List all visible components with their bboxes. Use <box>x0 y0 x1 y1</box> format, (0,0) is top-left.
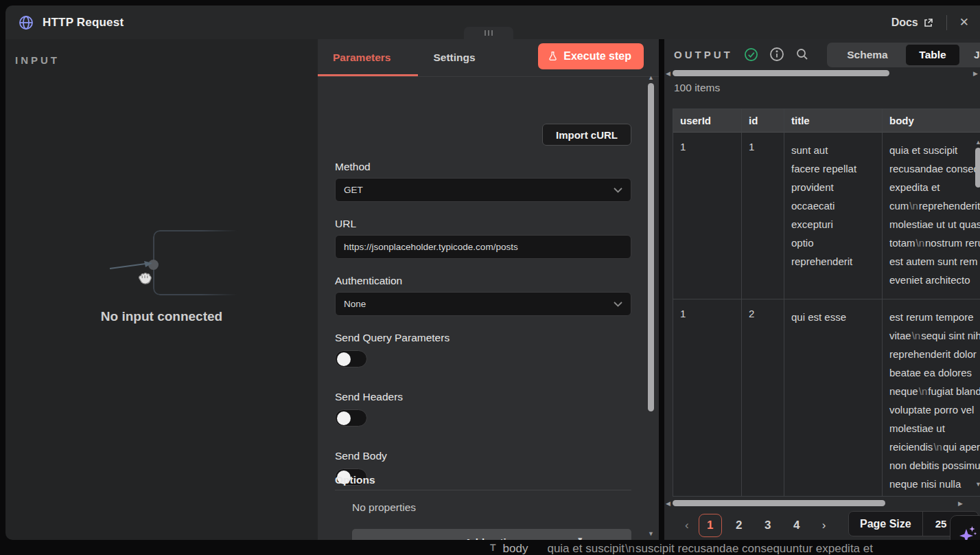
globe-icon <box>18 14 34 31</box>
pagination-pages: 1234 <box>693 514 808 537</box>
no-input-illustration: No input connected <box>5 39 318 540</box>
method-label: Method <box>335 161 371 173</box>
import-curl-button[interactable]: Import cURL <box>542 124 631 146</box>
output-table: userId id title body 11sunt autfacere re… <box>673 109 980 497</box>
hscroll-right-arrow[interactable]: ▶ <box>973 71 978 77</box>
column-header-userId[interactable]: userId <box>673 109 742 133</box>
url-input[interactable]: https://jsonplaceholder.typicode.com/pos… <box>335 235 631 259</box>
options-divider <box>335 490 631 490</box>
tab-settings[interactable]: Settings <box>433 52 475 64</box>
scroll-down-arrow[interactable]: ▼ <box>648 531 654 537</box>
parameters-form: Import cURL Method GET URL https://jsonp… <box>318 77 659 540</box>
items-count: 100 items <box>674 82 720 94</box>
hscroll-right-arrow[interactable]: ▶ <box>958 501 963 507</box>
next-page-button[interactable]: › <box>818 518 830 533</box>
cell-body: quia et suscipitrecusandae consequunture… <box>883 133 980 299</box>
page-button-2[interactable]: 2 <box>727 514 751 537</box>
table-scroll-up-arrow[interactable]: ▲ <box>975 139 980 146</box>
page-button-4[interactable]: 4 <box>785 514 808 537</box>
column-header-body[interactable]: body <box>883 109 980 133</box>
method-select[interactable]: GET <box>335 178 631 202</box>
column-header-title[interactable]: title <box>784 109 883 133</box>
url-label: URL <box>335 218 356 230</box>
url-value: https://jsonplaceholder.typicode.com/pos… <box>344 242 518 252</box>
send-headers-label: Send Headers <box>335 391 403 403</box>
options-section-label: Options <box>335 474 375 486</box>
prev-page-button[interactable]: ‹ <box>681 518 693 533</box>
parameters-panel: Parameters Settings Execute step Import … <box>318 39 659 540</box>
output-horizontal-scrollbar-top[interactable] <box>673 70 889 76</box>
panel-drag-handle[interactable] <box>464 27 513 39</box>
output-panel-header: OUTPUT <box>674 49 733 60</box>
output-view-switcher: Schema Table JSON <box>827 43 980 67</box>
cell-body: est rerum temporevitae\nsequi sint nihil… <box>883 299 980 497</box>
flask-icon <box>548 51 558 62</box>
view-tab-table[interactable]: Table <box>906 45 959 65</box>
info-icon[interactable] <box>769 47 784 62</box>
scroll-up-arrow[interactable]: ▲ <box>648 75 654 81</box>
input-panel: INPUT No input connected <box>5 39 318 540</box>
success-check-icon <box>744 47 758 62</box>
chevron-down-icon <box>614 299 622 309</box>
add-option-button[interactable]: Add option ▾ <box>352 529 631 540</box>
node-outline-shape <box>153 230 242 295</box>
table-scroll-down-arrow[interactable]: ▼ <box>975 482 980 488</box>
output-table-body: 11sunt autfacere repellatprovidentoccaec… <box>673 133 980 497</box>
active-tab-underline <box>318 74 418 76</box>
page-button-1[interactable]: 1 <box>699 514 722 537</box>
toggle-knob <box>337 411 351 425</box>
string-type-icon: T <box>490 542 496 553</box>
no-properties-text: No properties <box>352 501 416 514</box>
table-row: 11sunt autfacere repellatprovidentoccaec… <box>673 133 980 299</box>
tab-parameters[interactable]: Parameters <box>333 52 390 64</box>
toggle-knob <box>337 352 351 366</box>
titlebar-divider <box>946 15 947 30</box>
column-header-id[interactable]: id <box>742 109 784 133</box>
authentication-select[interactable]: None <box>335 292 631 316</box>
cell-userId: 1 <box>673 299 742 497</box>
hscroll-left-arrow[interactable]: ◀ <box>666 71 670 77</box>
send-body-label: Send Body <box>335 450 387 462</box>
chevron-down-icon: ▾ <box>578 535 582 540</box>
table-row: 12qui est esseest rerum temporevitae\nse… <box>673 299 980 497</box>
cell-userId: 1 <box>673 133 742 299</box>
background-row-key: body <box>503 542 528 555</box>
docs-link-label: Docs <box>891 16 918 29</box>
cell-id: 1 <box>742 133 784 299</box>
execute-step-button[interactable]: Execute step <box>538 43 644 69</box>
pagination-bar: ‹ 1234 › Page Size 25 <box>664 511 980 540</box>
method-value: GET <box>344 185 363 195</box>
authentication-value: None <box>344 299 366 309</box>
execute-step-label: Execute step <box>563 50 631 63</box>
background-strip: T body quia et suscipit\nsuscipit recusa… <box>0 540 980 555</box>
no-input-message: No input connected <box>5 309 318 324</box>
dialog-title: HTTP Request <box>43 16 124 30</box>
output-panel: OUTPUT Schema Table JSON <box>664 39 980 540</box>
authentication-label: Authentication <box>335 275 402 287</box>
close-button[interactable]: ✕ <box>959 16 969 28</box>
docs-link[interactable]: Docs <box>891 16 934 29</box>
cell-title: sunt autfacere repellatprovidentoccaecat… <box>784 133 883 299</box>
output-horizontal-scrollbar-bottom[interactable] <box>673 500 885 506</box>
http-request-dialog: HTTP Request Docs ✕ INPUT <box>0 0 980 555</box>
parameters-tabs-bar: Parameters Settings Execute step <box>318 39 659 77</box>
page-button-3[interactable]: 3 <box>756 514 780 537</box>
send-query-parameters-toggle[interactable] <box>335 350 367 367</box>
view-tab-json[interactable]: JSON <box>959 45 980 65</box>
send-headers-toggle[interactable] <box>335 409 367 427</box>
table-header-row: userId id title body <box>673 109 980 133</box>
view-tab-schema[interactable]: Schema <box>829 45 906 65</box>
page-size-label: Page Size <box>849 518 922 530</box>
search-icon[interactable] <box>795 47 809 61</box>
send-query-parameters-label: Send Query Parameters <box>335 332 450 344</box>
background-row-value: quia et suscipit\nsuscipit recusandae co… <box>547 542 873 555</box>
cell-title: qui est esse <box>784 299 883 497</box>
params-vertical-scrollbar[interactable] <box>648 83 654 411</box>
table-vertical-scrollbar[interactable] <box>975 148 980 188</box>
output-header: OUTPUT Schema Table JSON <box>664 39 980 69</box>
external-link-icon <box>923 17 934 28</box>
chevron-down-icon <box>614 185 622 195</box>
background-table-row: T body quia et suscipit\nsuscipit recusa… <box>490 542 873 555</box>
grab-hand-icon <box>135 268 155 291</box>
hscroll-left-arrow[interactable]: ◀ <box>666 501 670 507</box>
